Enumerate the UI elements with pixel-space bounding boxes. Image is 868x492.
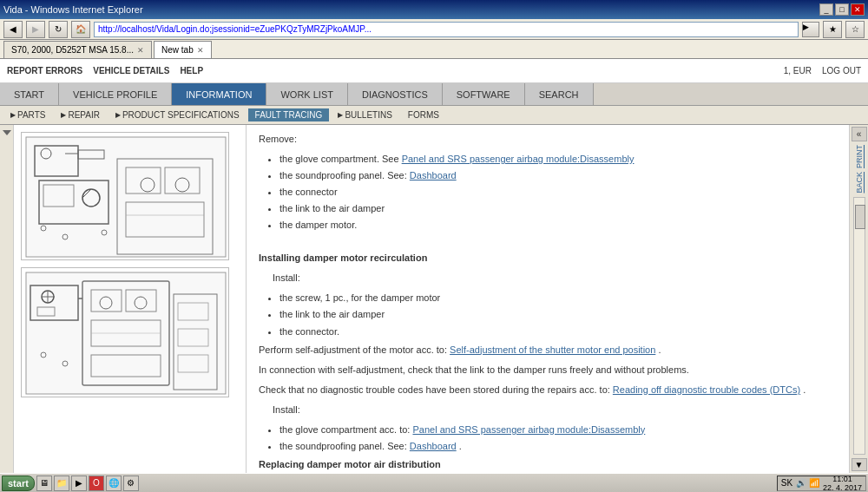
subnav-forms[interactable]: FORMS	[401, 108, 446, 121]
replacing-title: Replacing damper motor air distribution	[259, 457, 837, 472]
minimize-button[interactable]: _	[819, 3, 833, 16]
check-text: Check that no diagnostic trouble codes h…	[259, 383, 837, 397]
home-button[interactable]: 🏠	[71, 21, 90, 38]
remove-item-2: the soundproofing panel. See: Dashboard	[279, 168, 837, 183]
remove-item-3: the connector	[279, 185, 837, 200]
taskbar-right: SK 🔊 📶 11:01 22. 4. 2017	[777, 476, 866, 491]
title-bar-controls: _ □ ✕	[819, 3, 865, 16]
nav-diagnostics[interactable]: DIAGNOSTICS	[348, 83, 443, 105]
install-label-1: Install:	[273, 271, 837, 285]
tab-2-close[interactable]: ✕	[197, 46, 204, 55]
text-panel: Remove: the glove compartment. See Panel…	[247, 125, 849, 473]
forward-nav-button[interactable]: ▶	[26, 21, 45, 38]
remove-list: the glove compartment. See Panel and SRS…	[279, 152, 837, 233]
nav-work-list[interactable]: WORK LIST	[266, 83, 348, 105]
sidebar-collapse-icon[interactable]	[3, 130, 11, 135]
remove-label: Remove:	[259, 132, 837, 147]
install-item-2: the link to the air damper	[279, 307, 837, 322]
diagram-bottom	[21, 267, 229, 397]
svg-rect-0	[26, 137, 226, 257]
main-nav: START VEHICLE PROFILE INFORMATION WORK L…	[0, 83, 868, 106]
tab-bar: S70, 2000, D5252T MSA 15.8... ✕ New tab …	[0, 40, 868, 59]
install-item-2-2: the soundproofing panel. See: Dashboard …	[279, 439, 837, 454]
install-item-1: the screw, 1 pc., for the damper motor	[279, 291, 837, 305]
content-area: Remove: the glove compartment. See Panel…	[0, 125, 868, 473]
currency-display: 1, EUR	[784, 66, 812, 75]
vehicle-details-link[interactable]: VEHICLE DETAILS	[93, 66, 169, 75]
clock-time: 11:01	[832, 475, 852, 483]
install-item-3: the connector.	[279, 325, 837, 339]
perform-text: Perform self-adjustment of the motor acc…	[259, 343, 837, 358]
print-button[interactable]: PRINT	[855, 145, 864, 168]
browser-bar: ◀ ▶ ↻ 🏠 ▶ ★ ☆	[0, 19, 868, 40]
nav-information[interactable]: INFORMATION	[172, 83, 266, 105]
back-button[interactable]: BACK	[855, 172, 864, 194]
subnav-parts[interactable]: ▶PARTS	[3, 108, 52, 121]
help-link[interactable]: HELP	[180, 66, 203, 75]
install-item-2-1: the glove compartment acc. to: Panel and…	[279, 423, 837, 437]
right-sidebar: « PRINT BACK ▼	[849, 125, 868, 473]
clock: 11:01 22. 4. 2017	[823, 475, 862, 492]
tab-1-close[interactable]: ✕	[137, 46, 144, 55]
go-button[interactable]: ▶	[802, 22, 819, 37]
nav-vehicle-profile[interactable]: VEHICLE PROFILE	[59, 83, 172, 105]
taskbar-icon-6[interactable]: ⚙	[123, 476, 139, 491]
taskbar-icons-sys: 🔊 📶	[796, 478, 819, 488]
taskbar-icon-2[interactable]: 📁	[54, 476, 69, 491]
diagram-panel	[14, 125, 247, 473]
tab-2[interactable]: New tab ✕	[154, 41, 212, 58]
start-button[interactable]: start	[2, 476, 35, 491]
install-list-2: the glove compartment acc. to: Panel and…	[279, 423, 837, 454]
logout-link[interactable]: LOG OUT	[822, 66, 861, 75]
clock-date: 22. 4. 2017	[823, 483, 862, 492]
taskbar: start 🖥 📁 ▶ O 🌐 ⚙ SK 🔊 📶 11:01 22. 4. 20…	[0, 473, 868, 492]
diagram-top	[21, 132, 229, 260]
subnav-repair[interactable]: ▶REPAIR	[54, 108, 107, 121]
address-bar[interactable]	[94, 22, 799, 37]
remove-item-1: the glove compartment. See Panel and SRS…	[279, 152, 837, 167]
favorites-button[interactable]: ★	[823, 21, 842, 38]
collapse-arrow-btn[interactable]: «	[852, 127, 867, 141]
link-dashboard-2[interactable]: Dashboard	[410, 441, 457, 451]
app-header-right: 1, EUR LOG OUT	[784, 66, 861, 75]
back-nav-button[interactable]: ◀	[3, 21, 23, 38]
refresh-button[interactable]: ↻	[49, 21, 68, 38]
in-connection-text: In connection with self-adjustment, chec…	[259, 363, 837, 377]
diagram-top-svg	[22, 133, 229, 260]
taskbar-icon-4[interactable]: O	[89, 476, 104, 491]
install-label-2: Install:	[273, 403, 837, 417]
tab-1-label: S70, 2000, D5252T MSA 15.8...	[11, 45, 134, 55]
subnav-fault-tracing[interactable]: FAULT TRACING	[248, 108, 330, 121]
maximize-button[interactable]: □	[835, 3, 849, 16]
taskbar-icon-1[interactable]: 🖥	[36, 476, 52, 491]
subnav-bulletins[interactable]: ▶BULLETINS	[331, 108, 398, 121]
nav-start[interactable]: START	[0, 83, 59, 105]
link-panel-srs-1[interactable]: Panel and SRS passenger airbag module:Di…	[402, 154, 635, 164]
tab-2-label: New tab	[161, 45, 194, 55]
section-title: Installing damper motor recirculation	[259, 251, 837, 266]
sub-nav: ▶PARTS ▶REPAIR ▶PRODUCT SPECIFICATIONS F…	[0, 106, 868, 125]
report-errors-link[interactable]: REPORT ERRORS	[7, 66, 82, 75]
taskbar-icon-5[interactable]: 🌐	[106, 476, 122, 491]
remove-item-4: the link to the air damper	[279, 201, 837, 216]
scroll-track	[853, 197, 865, 455]
link-self-adjustment[interactable]: Self-adjustment of the shutter motor end…	[450, 344, 655, 355]
app-header-links: REPORT ERRORS VEHICLE DETAILS HELP	[7, 66, 203, 75]
nav-software[interactable]: SOFTWARE	[443, 83, 525, 105]
tab-1[interactable]: S70, 2000, D5252T MSA 15.8... ✕	[3, 41, 152, 58]
link-dashboard-1[interactable]: Dashboard	[410, 170, 457, 180]
close-button[interactable]: ✕	[851, 3, 865, 16]
scroll-down-btn[interactable]: ▼	[852, 458, 867, 471]
nav-search[interactable]: SEARCH	[525, 83, 594, 105]
title-bar-title: Vida - Windows Internet Explorer	[3, 4, 143, 15]
diagram-bottom-svg	[22, 268, 229, 397]
link-dtc[interactable]: Reading off diagnostic trouble codes (DT…	[613, 384, 800, 395]
history-button[interactable]: ☆	[845, 21, 865, 38]
link-panel-srs-2[interactable]: Panel and SRS passenger airbag module:Di…	[412, 424, 645, 435]
title-bar: Vida - Windows Internet Explorer _ □ ✕	[0, 0, 868, 19]
taskbar-icon-3[interactable]: ▶	[71, 476, 87, 491]
scroll-thumb[interactable]	[855, 205, 865, 229]
subnav-product-specs[interactable]: ▶PRODUCT SPECIFICATIONS	[108, 108, 247, 121]
taskbar-locale: SK	[781, 478, 792, 488]
remove-item-5: the damper motor.	[279, 218, 837, 233]
